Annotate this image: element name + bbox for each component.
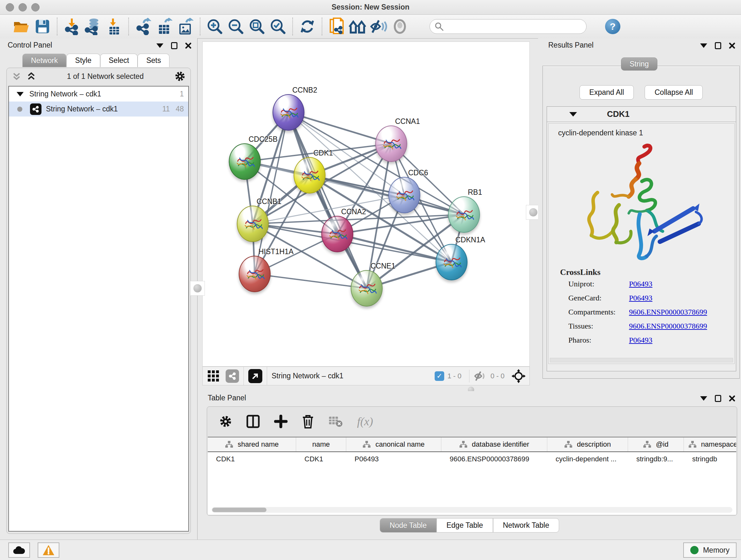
collapse-all-icon[interactable] bbox=[12, 71, 21, 81]
tab-edge-table[interactable]: Edge Table bbox=[436, 518, 493, 533]
tab-style[interactable]: Style bbox=[66, 54, 100, 67]
export-view-icon[interactable] bbox=[248, 369, 262, 383]
control-panel-collapse-icon[interactable] bbox=[156, 44, 163, 48]
table-cell[interactable]: stringdb:9... bbox=[628, 452, 684, 466]
delete-column-trash-icon[interactable] bbox=[301, 414, 314, 429]
crosslink-label: Compartments: bbox=[568, 308, 629, 316]
memory-button[interactable]: Memory bbox=[683, 543, 737, 558]
node-CCNE1[interactable]: CCNE1 bbox=[351, 270, 383, 307]
table-panel-float-icon[interactable] bbox=[715, 395, 721, 402]
node-HIST1H1A[interactable]: HIST1H1A bbox=[239, 256, 271, 292]
edge-HIST1H1A-CCNE1[interactable] bbox=[255, 274, 367, 288]
column-header-namespace[interactable]: namespace bbox=[684, 437, 736, 451]
zoom-selected-button[interactable] bbox=[267, 17, 288, 36]
fit-content-crosshair-icon[interactable] bbox=[512, 369, 526, 383]
column-header--id[interactable]: @id bbox=[628, 437, 684, 451]
export-network-button[interactable] bbox=[133, 17, 154, 36]
export-image-button[interactable] bbox=[175, 17, 196, 36]
clone-network-button[interactable] bbox=[326, 17, 347, 36]
table-hscrollbar[interactable] bbox=[212, 507, 732, 513]
create-column-plus-icon[interactable] bbox=[274, 415, 287, 428]
selected-nodes-checkbox[interactable]: ✓ bbox=[434, 371, 444, 381]
table-panel-close-icon[interactable] bbox=[729, 395, 735, 401]
results-hscrollbar[interactable] bbox=[550, 358, 733, 362]
tab-node-table[interactable]: Node Table bbox=[380, 518, 436, 533]
hidden-count: 0 - 0 bbox=[490, 372, 504, 380]
node-CDK1[interactable]: CDK1 bbox=[293, 157, 326, 193]
table-cell[interactable]: CDK1 bbox=[296, 452, 346, 466]
tab-network[interactable]: Network bbox=[22, 54, 66, 67]
table-row[interactable]: CDK1CDK1P064939606.ENSP00000378699cyclin… bbox=[208, 452, 736, 466]
collection-expander-icon[interactable] bbox=[17, 92, 23, 97]
node-CDKN1A[interactable]: CDKN1A bbox=[435, 244, 468, 280]
results-panel-collapse-icon[interactable] bbox=[700, 44, 707, 48]
gene-expander-icon[interactable] bbox=[569, 112, 577, 117]
column-header-database-identifier[interactable]: database identifier bbox=[441, 437, 547, 451]
network-options-gear-icon[interactable] bbox=[175, 71, 185, 82]
table-panel-collapse-icon[interactable] bbox=[700, 396, 707, 401]
network-view-toolbar: String Network – cdk1 ✓ 1 - 0 0 - 0 bbox=[202, 367, 530, 385]
hidden-eye-slash-icon bbox=[474, 371, 487, 381]
results-panel-close-icon[interactable] bbox=[729, 43, 735, 49]
node-CCNB1[interactable]: CCNB1 bbox=[237, 206, 269, 242]
show-hidden-button[interactable] bbox=[389, 17, 410, 36]
expand-all-button[interactable]: Expand All bbox=[580, 85, 634, 100]
export-table-button[interactable] bbox=[154, 17, 175, 36]
zoom-fit-button[interactable] bbox=[246, 17, 267, 36]
import-network-file-button[interactable] bbox=[61, 17, 82, 36]
column-header-shared-name[interactable]: shared name bbox=[208, 437, 296, 451]
tab-network-table[interactable]: Network Table bbox=[493, 518, 559, 533]
import-table-button[interactable] bbox=[104, 17, 125, 36]
node-CCNA1[interactable]: CCNA1 bbox=[375, 125, 407, 162]
column-header-description[interactable]: description bbox=[547, 437, 628, 451]
toolbar-search-input[interactable] bbox=[429, 19, 587, 34]
left-splitter-handle[interactable] bbox=[190, 281, 205, 296]
results-panel-float-icon[interactable] bbox=[715, 42, 721, 49]
table-cell[interactable]: CDK1 bbox=[208, 452, 296, 466]
column-header-canonical-name[interactable]: canonical name bbox=[346, 437, 441, 451]
birdseye-grid-icon[interactable] bbox=[207, 370, 220, 382]
node-CCNA2[interactable]: CCNA2 bbox=[321, 216, 353, 252]
node-CDC25B[interactable]: CDC25B bbox=[229, 143, 261, 180]
crosslink-link[interactable]: 9606.ENSP00000378699 bbox=[629, 322, 707, 330]
network-collection-row[interactable]: String Network – cdk1 1 bbox=[9, 86, 188, 102]
control-panel-float-icon[interactable] bbox=[171, 42, 178, 49]
apply-layout-button[interactable] bbox=[297, 17, 318, 36]
help-button[interactable]: ? bbox=[605, 19, 620, 34]
node-CDC6[interactable]: CDC6 bbox=[388, 177, 420, 213]
network-canvas[interactable]: CCNB2CCNA1CDC25BCDK1CDC6RB1CCNB1CCNA2CDK… bbox=[202, 42, 530, 367]
table-hscroll-thumb[interactable] bbox=[212, 508, 266, 512]
warnings-button[interactable] bbox=[38, 543, 59, 558]
crosslink-link[interactable]: P06493 bbox=[629, 336, 652, 345]
network-row[interactable]: String Network – cdk1 11 48 bbox=[9, 102, 188, 117]
homes-button[interactable] bbox=[347, 17, 368, 36]
collapse-all-button[interactable]: Collapse All bbox=[645, 85, 703, 100]
zoom-in-button[interactable] bbox=[204, 17, 225, 36]
node-CCNB2[interactable]: CCNB2 bbox=[273, 94, 305, 131]
show-columns-icon[interactable] bbox=[246, 415, 260, 428]
node-RB1[interactable]: RB1 bbox=[448, 196, 480, 233]
table-cell[interactable]: 9606.ENSP00000378699 bbox=[441, 452, 547, 466]
hide-selected-button[interactable] bbox=[368, 17, 389, 36]
tab-select[interactable]: Select bbox=[100, 54, 138, 67]
tab-sets[interactable]: Sets bbox=[138, 54, 170, 67]
table-cell[interactable]: cyclin-dependent ... bbox=[547, 452, 628, 466]
table-options-gear-icon[interactable] bbox=[219, 415, 232, 428]
crosslink-link[interactable]: P06493 bbox=[629, 294, 652, 302]
column-header-name[interactable]: name bbox=[296, 437, 346, 451]
crosslink-link[interactable]: P06493 bbox=[629, 280, 652, 288]
zoom-out-button[interactable] bbox=[225, 17, 246, 36]
open-session-button[interactable] bbox=[11, 17, 32, 36]
table-cell[interactable]: stringdb bbox=[684, 452, 736, 466]
expand-all-icon[interactable] bbox=[26, 71, 36, 81]
control-panel-close-icon[interactable] bbox=[185, 43, 192, 49]
import-network-database-button[interactable] bbox=[82, 17, 104, 36]
tab-string[interactable]: String bbox=[621, 57, 657, 71]
table-cell[interactable]: P06493 bbox=[346, 452, 441, 466]
share-network-icon[interactable] bbox=[226, 369, 239, 383]
edge-CCNB2-CCNE1[interactable] bbox=[288, 112, 367, 288]
gene-card-header[interactable]: CDK1 bbox=[547, 107, 736, 122]
crosslink-link[interactable]: 9606.ENSP00000378699 bbox=[629, 308, 707, 316]
cloud-button[interactable] bbox=[8, 543, 30, 558]
save-session-button[interactable] bbox=[32, 17, 53, 36]
